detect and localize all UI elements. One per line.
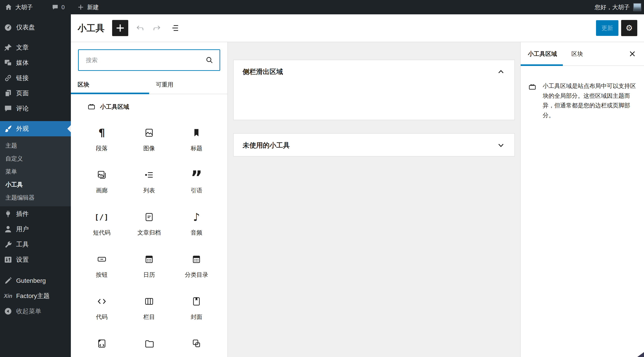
avatar[interactable]	[633, 3, 641, 11]
block-item-shortcode[interactable]: [/] 短代码	[78, 212, 125, 236]
block-item-file[interactable]	[125, 338, 173, 348]
sidebar-item-links[interactable]: 链接	[0, 70, 71, 86]
submenu-item-customize[interactable]: 自定义	[0, 152, 71, 165]
undo-button[interactable]	[133, 21, 147, 35]
collapse-icon	[4, 307, 12, 316]
tab-block[interactable]: 区块	[564, 42, 590, 66]
code-icon	[96, 296, 107, 307]
user-greeting[interactable]: 您好，大胡子	[595, 3, 630, 11]
tab-blocks[interactable]: 区块	[71, 75, 149, 94]
sidebar-item-appearance[interactable]: 外观	[0, 121, 71, 136]
sidebar-item-tools[interactable]: 工具	[0, 237, 71, 252]
sidebar-item-settings[interactable]: 设置	[0, 252, 71, 267]
new-content-menu[interactable]: 新建	[73, 0, 103, 14]
sidebar-item-label: 工具	[16, 240, 29, 249]
sidebar-item-label: 收起菜单	[16, 307, 41, 316]
block-item-calendar[interactable]: 日历	[125, 254, 173, 278]
archives-icon	[144, 212, 154, 222]
sidebar-item-label: 设置	[16, 256, 29, 264]
block-item-group[interactable]	[173, 338, 220, 348]
widget-area-panel-inactive-widgets: 未使用的小工具	[233, 133, 515, 156]
list-view-button[interactable]	[168, 21, 183, 35]
close-settings-button[interactable]	[624, 46, 640, 62]
active-tab-underline	[521, 64, 563, 66]
sidebar-item-xin-factory-theme[interactable]: Xin Factory主题	[0, 288, 71, 304]
update-button[interactable]: 更新	[596, 20, 618, 36]
block-item-audio[interactable]: ♪ 音频	[173, 212, 220, 236]
search-icon	[204, 55, 215, 66]
new-label: 新建	[87, 3, 99, 11]
block-item-custom-html[interactable]	[78, 338, 125, 348]
submenu-item-themes[interactable]: 主题	[0, 139, 71, 152]
panel-header[interactable]: 侧栏滑出区域	[234, 60, 514, 84]
heading-bookmark-icon	[191, 127, 202, 138]
panel-header[interactable]: 未使用的小工具	[234, 134, 514, 157]
media-icon	[4, 58, 12, 67]
comments-shortcut[interactable]: 0	[47, 0, 69, 14]
block-item-image[interactable]: 图像	[125, 127, 173, 152]
sidebar-item-media[interactable]: 媒体	[0, 55, 71, 70]
site-menu[interactable]: 大胡子	[0, 0, 37, 14]
categories-icon	[191, 254, 202, 264]
section-label: 小工具区域	[100, 103, 129, 111]
block-item-archives[interactable]: 文章归档	[125, 212, 173, 236]
block-item-button[interactable]: 按钮	[78, 254, 125, 278]
block-item-cover[interactable]: 封面	[173, 296, 220, 320]
sidebar-item-users[interactable]: 用户	[0, 222, 71, 237]
sidebar-item-label: 评论	[16, 104, 29, 113]
shortcode-icon: [/]	[95, 214, 109, 221]
block-item-paragraph[interactable]: ¶ 段落	[78, 127, 125, 152]
window-corner-artifact	[637, 352, 644, 357]
xin-logo: Xin	[4, 293, 12, 299]
sidebar-item-label: 文章	[16, 43, 29, 52]
sidebar-item-comments[interactable]: 评论	[0, 101, 71, 116]
home-icon	[4, 3, 12, 11]
block-inserter-panel: 区块 可重用 小工具区域 ¶ 段落	[71, 42, 228, 357]
dashboard-icon	[4, 23, 12, 32]
sidebar-item-label: Factory主题	[16, 292, 50, 300]
redo-button[interactable]	[150, 21, 164, 35]
wrench-icon	[4, 240, 12, 249]
block-item-quote[interactable]: ” 引语	[173, 170, 220, 194]
folder-icon	[144, 338, 154, 348]
widget-area-icon	[87, 102, 96, 111]
pin-icon	[4, 43, 12, 52]
submenu-item-widgets[interactable]: 小工具	[0, 178, 71, 191]
tab-reusable[interactable]: 可重用	[149, 75, 227, 94]
sidebar-item-label: 链接	[16, 74, 29, 82]
widget-area-panel-sidebar-slideout: 侧栏滑出区域	[233, 60, 515, 120]
submenu-item-menus[interactable]: 菜单	[0, 165, 71, 178]
sidebar-item-collapse-menu[interactable]: 收起菜单	[0, 304, 71, 319]
widgets-canvas: 侧栏滑出区域 未使用的小工具	[228, 42, 520, 357]
sidebar-item-gutenberg[interactable]: Gutenberg	[0, 273, 71, 288]
appearance-submenu: 主题 自定义 菜单 小工具 主题编辑器	[0, 136, 71, 206]
image-icon	[144, 127, 154, 138]
page-title: 小工具	[78, 22, 104, 34]
sidebar-item-dashboard[interactable]: 仪表盘	[0, 20, 71, 35]
search-input[interactable]	[78, 49, 220, 71]
tab-widget-area[interactable]: 小工具区域	[521, 42, 564, 66]
panel-title: 未使用的小工具	[242, 141, 290, 150]
columns-icon	[144, 296, 154, 307]
brush-icon	[4, 124, 12, 133]
widget-area-section-header: 小工具区域	[87, 102, 220, 111]
sidebar-item-posts[interactable]: 文章	[0, 40, 71, 55]
sidebar-item-label: 插件	[16, 210, 29, 218]
settings-sidebar: 小工具区域 区块 小工具区域是站点布局中可以支持区块的全局部分。这些区域因主题而…	[520, 42, 644, 357]
group-icon	[191, 338, 202, 348]
inserter-tabs: 区块 可重用	[71, 75, 227, 94]
sidebar-item-plugins[interactable]: 插件	[0, 206, 71, 222]
button-icon	[96, 254, 107, 264]
add-block-button[interactable]	[112, 20, 128, 36]
block-item-categories[interactable]: 分类目录	[173, 254, 220, 278]
settings-toggle-button[interactable]: ⚙	[621, 20, 637, 36]
block-item-list[interactable]: 列表	[125, 170, 173, 194]
block-item-heading[interactable]: 标题	[173, 127, 220, 152]
admin-bar-right: 您好，大胡子	[595, 3, 644, 11]
block-item-code[interactable]: 代码	[78, 296, 125, 320]
block-item-columns[interactable]: 栏目	[125, 296, 173, 320]
sidebar-item-pages[interactable]: 页面	[0, 86, 71, 101]
submenu-item-theme-editor[interactable]: 主题编辑器	[0, 191, 71, 204]
panel-title: 侧栏滑出区域	[242, 67, 283, 76]
block-item-gallery[interactable]: 画廊	[78, 170, 125, 194]
